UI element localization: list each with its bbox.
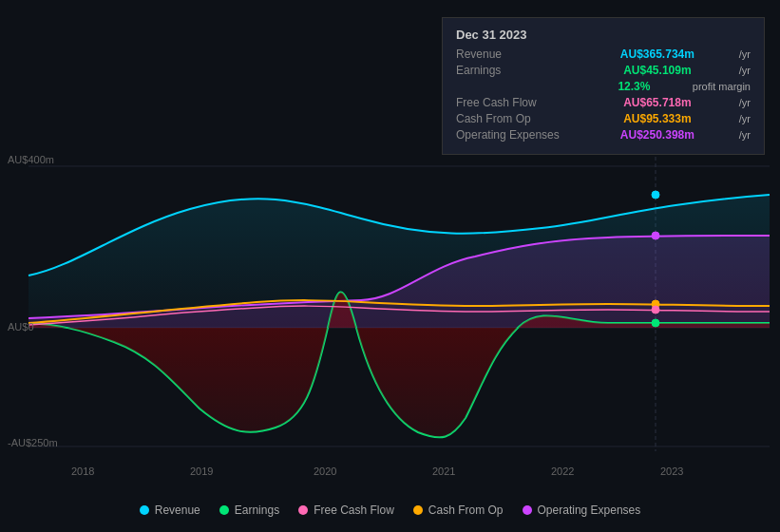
tooltip-cashop-label: Cash From Op xyxy=(456,112,580,125)
legend-revenue-dot xyxy=(140,505,149,515)
tooltip-revenue-label: Revenue xyxy=(456,48,580,61)
tooltip-box: Dec 31 2023 Revenue AU$365.734m /yr Earn… xyxy=(442,17,765,155)
chart-container: AU$400m AU$0 -AU$250m 2018 2019 2020 202… xyxy=(0,0,780,532)
tooltip-revenue-unit: /yr xyxy=(739,48,751,60)
tooltip-earnings-value: AU$45.109m xyxy=(623,64,691,77)
svg-point-7 xyxy=(652,306,659,314)
svg-point-5 xyxy=(652,232,659,239)
legend-opex[interactable]: Operating Expenses xyxy=(523,504,641,517)
legend-earnings[interactable]: Earnings xyxy=(219,504,279,517)
tooltip-opex-row: Operating Expenses AU$250.398m /yr xyxy=(456,128,751,142)
legend-opex-label: Operating Expenses xyxy=(538,504,641,517)
tooltip-opex-value: AU$250.398m xyxy=(620,128,694,142)
y-label-bottom: -AU$250m xyxy=(8,437,58,448)
tooltip-earnings-row: Earnings AU$45.109m /yr xyxy=(456,64,751,77)
legend-opex-dot xyxy=(523,505,532,515)
legend-fcf-dot xyxy=(298,505,308,515)
tooltip-earnings-unit: /yr xyxy=(739,65,751,76)
tooltip-title: Dec 31 2023 xyxy=(456,28,751,42)
legend-revenue[interactable]: Revenue xyxy=(140,504,200,517)
tooltip-revenue-value: AU$365.734m xyxy=(620,48,694,61)
legend-fcf[interactable]: Free Cash Flow xyxy=(298,504,394,517)
legend-cashop-label: Cash From Op xyxy=(428,504,504,517)
tooltip-revenue-row: Revenue AU$365.734m /yr xyxy=(456,48,751,61)
legend-revenue-label: Revenue xyxy=(155,504,200,517)
tooltip-opex-label: Operating Expenses xyxy=(456,128,580,142)
legend-earnings-label: Earnings xyxy=(235,504,279,517)
tooltip-fcf-label: Free Cash Flow xyxy=(456,96,580,109)
tooltip-fcf-unit: /yr xyxy=(739,97,751,108)
legend-fcf-label: Free Cash Flow xyxy=(314,504,394,517)
x-label-2019: 2019 xyxy=(190,466,213,477)
legend-cashop[interactable]: Cash From Op xyxy=(413,504,504,517)
tooltip-margin-row: 12.3% profit margin xyxy=(456,80,751,93)
svg-point-8 xyxy=(652,319,659,327)
x-label-2023: 2023 xyxy=(660,466,683,477)
tooltip-earnings-label: Earnings xyxy=(456,64,580,77)
y-label-zero: AU$0 xyxy=(8,321,34,332)
tooltip-fcf-value: AU$65.718m xyxy=(623,96,691,109)
tooltip-fcf-row: Free Cash Flow AU$65.718m /yr xyxy=(456,96,751,109)
legend-earnings-dot xyxy=(219,505,229,515)
tooltip-opex-unit: /yr xyxy=(739,129,751,141)
chart-legend: Revenue Earnings Free Cash Flow Cash Fro… xyxy=(0,504,780,517)
x-label-2021: 2021 xyxy=(432,466,455,477)
x-label-2018: 2018 xyxy=(71,466,94,477)
tooltip-cashop-row: Cash From Op AU$95.333m /yr xyxy=(456,112,751,125)
svg-point-4 xyxy=(652,191,659,199)
x-label-2020: 2020 xyxy=(314,466,336,477)
tooltip-cashop-unit: /yr xyxy=(739,113,751,124)
y-label-top: AU$400m xyxy=(8,154,54,165)
x-label-2022: 2022 xyxy=(551,466,574,477)
tooltip-margin-value: 12.3% xyxy=(618,80,650,93)
legend-cashop-dot xyxy=(413,505,423,515)
tooltip-cashop-value: AU$95.333m xyxy=(623,112,691,125)
tooltip-margin-unit: profit margin xyxy=(693,81,751,92)
